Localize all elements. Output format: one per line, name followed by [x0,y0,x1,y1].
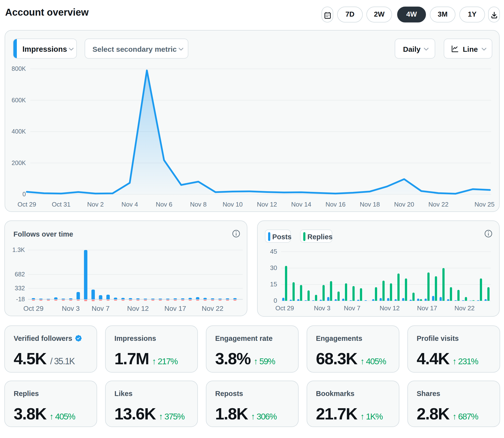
svg-text:Nov 12: Nov 12 [127,305,149,312]
svg-text:Nov 14: Nov 14 [291,201,311,208]
svg-text:Nov 18: Nov 18 [360,201,380,208]
svg-text:Nov 17: Nov 17 [164,305,186,312]
svg-text:Nov 7: Nov 7 [92,305,110,312]
svg-text:682: 682 [15,271,25,278]
svg-text:Oct 29: Oct 29 [23,305,43,312]
svg-text:45: 45 [270,248,277,255]
svg-text:Nov 2: Nov 2 [87,201,104,208]
svg-text:Nov 22: Nov 22 [454,305,474,312]
svg-text:Nov 20: Nov 20 [394,201,414,208]
svg-text:Nov 3: Nov 3 [62,305,80,312]
svg-text:400K: 400K [12,128,26,135]
svg-text:30: 30 [270,264,277,272]
svg-text:0: 0 [274,297,277,304]
svg-text:332: 332 [15,285,25,292]
svg-text:Nov 16: Nov 16 [326,201,346,208]
svg-text:-18: -18 [16,296,25,303]
svg-text:0: 0 [22,191,26,197]
svg-text:Nov 22: Nov 22 [428,201,448,208]
svg-text:Oct 31: Oct 31 [52,201,71,208]
svg-text:15: 15 [270,281,277,288]
svg-text:Nov 12: Nov 12 [379,305,399,312]
svg-text:Nov 25: Nov 25 [474,201,494,208]
svg-text:800K: 800K [12,65,26,72]
svg-text:Nov 10: Nov 10 [222,201,242,208]
svg-text:200K: 200K [12,159,26,166]
svg-text:Nov 12: Nov 12 [257,201,277,208]
svg-text:Nov 22: Nov 22 [202,305,223,312]
svg-text:1.3K: 1.3K [12,246,25,253]
svg-text:Nov 17: Nov 17 [417,305,437,312]
svg-text:Oct 29: Oct 29 [18,201,36,208]
svg-text:Nov 6: Nov 6 [156,201,172,208]
svg-text:Nov 4: Nov 4 [122,201,138,208]
svg-text:Nov 8: Nov 8 [190,201,207,208]
svg-text:600K: 600K [12,97,26,104]
svg-text:Oct 29: Oct 29 [275,305,294,312]
svg-text:Nov 7: Nov 7 [344,305,361,312]
svg-text:Nov 3: Nov 3 [314,305,331,312]
